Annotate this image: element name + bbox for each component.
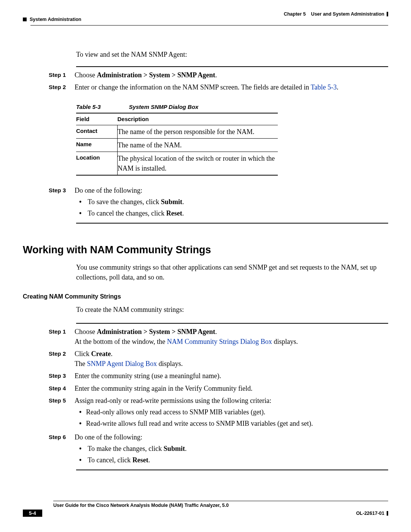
table-cell: Name [76,138,118,152]
step-text: Click [75,350,91,358]
step-label: Step 1 [49,70,75,80]
step-text: . [337,83,339,91]
heading-working-community: Working with NAM Community Strings [23,243,388,257]
table-ref-link[interactable]: Table 5-3 [311,83,337,91]
running-header: Chapter 5 User and System Administration… [23,11,388,27]
step-text: Assign read-only or read-write permissio… [75,397,271,404]
step-text: Enter or change the information on the N… [75,83,311,91]
dialog-link[interactable]: SNMP Agent Dialog Box [87,360,157,367]
step-text: Enter the community string again in the … [75,383,388,393]
bullet-bold: Reset [132,456,148,464]
table-caption-title: System SNMP Dialog Box [129,104,199,110]
steps-start-rule [76,66,388,67]
bullet-text: To cancel the changes, click [88,209,166,217]
page-number: 5-4 [23,510,42,517]
steps-end-rule [76,223,388,224]
step-1: Step 1 Choose Administration > System > … [76,327,388,347]
step-label: Step 6 [49,432,75,466]
step-text: . [215,71,217,79]
list-item: To cancel the changes, click Reset. [86,208,388,218]
table-cell: The name of the person responsible for t… [118,125,278,138]
chapter-label: Chapter 5 [284,11,306,17]
table-caption-num: Table 5-3 [76,104,100,110]
step-2: Step 2 Click Create. The SNMP Agent Dial… [76,349,388,369]
steps-start-rule [76,323,388,324]
footer-bar [387,511,388,516]
step-text: The [75,360,87,367]
footer-rule [53,501,388,501]
step-3: Step 3 Enter the community string (use a… [76,371,388,381]
step-label: Step 3 [49,371,75,381]
page-footer: User Guide for the Cisco Network Analysi… [23,501,388,517]
table-row: Contact The name of the person responsib… [76,125,278,138]
step-label: Step 1 [49,327,75,347]
table-cell: Contact [76,125,118,138]
step-2: Step 2 Enter or change the information o… [76,82,388,92]
step-bold: Administration > System > SNMP Agent [97,71,215,79]
step-text: . [215,328,217,335]
list-item: Read-only allows only read access to SNM… [86,407,388,417]
step-3: Step 3 Do one of the following: To save … [76,185,388,220]
step-text: Choose [75,328,97,335]
bullet-text: To make the changes, click [88,445,164,452]
step-text: . [111,350,113,358]
bullet-text: To save the changes, click [88,198,161,206]
step-label: Step 2 [49,349,75,369]
bullet-bold: Submit [164,445,185,452]
table-caption: Table 5-3 System SNMP Dialog Box [76,103,388,111]
subheading-creating: Creating NAM Community Strings [23,292,388,301]
header-square-icon [23,18,27,21]
bullet-text: To cancel, click [88,456,132,464]
step-text: Do one of the following: [75,187,142,194]
step-label: Step 4 [49,383,75,393]
table-cell: The name of the NAM. [118,138,278,152]
table-header: Description [118,113,278,125]
page-content: To view and set the NAM SNMP Agent: Step… [76,50,388,470]
document-page: Chapter 5 User and System Administration… [0,0,411,532]
step-4: Step 4 Enter the community string again … [76,383,388,393]
list-item: Read-write allows full read and write ac… [86,419,388,428]
bullet-bold: Submit [161,198,182,206]
step-bold: Administration > System > SNMP Agent [97,328,215,335]
header-rule [30,25,388,26]
bullet-bold: Reset [166,209,182,217]
bullet-text: . [148,456,150,464]
table-row: Name The name of the NAM. [76,138,278,152]
intro-text: To view and set the NAM SNMP Agent: [76,50,388,59]
table-cell: The physical location of the switch or r… [118,152,278,175]
list-item: To cancel, click Reset. [86,455,388,465]
table-header: Field [76,113,118,125]
step-text: Enter the community string (use a meanin… [75,371,388,381]
step-text: Choose [75,71,97,79]
bullet-text: . [182,209,184,217]
step-text: Do one of the following: [75,433,142,441]
step-label: Step 3 [49,185,75,220]
step-1: Step 1 Choose Administration > System > … [76,70,388,80]
snmp-table: Field Description Contact The name of th… [76,113,278,176]
step-text: displays. [157,360,183,367]
document-id: OL-22617-01 [356,511,388,516]
steps-end-rule [76,470,388,470]
table-cell: Location [76,152,118,175]
step-6: Step 6 Do one of the following: To make … [76,432,388,466]
step-label: Step 2 [49,82,75,92]
doc-id-text: OL-22617-01 [356,511,384,516]
bullet-text: . [182,198,184,206]
bullet-text: . [185,445,187,452]
step-text: displays. [272,338,298,345]
list-item: To make the changes, click Submit. [86,444,388,454]
step-text: At the bottom of the window, the [75,338,167,345]
list-item: To save the changes, click Submit. [86,197,388,207]
section-paragraph: You use community strings so that other … [76,262,388,282]
intro-text: To create the NAM community strings: [76,305,388,315]
step-label: Step 5 [49,396,75,430]
step-5: Step 5 Assign read-only or read-write pe… [76,396,388,430]
guide-title: User Guide for the Cisco Network Analysi… [53,503,388,508]
header-bar [387,12,388,16]
step-bold: Create [91,350,111,358]
section-name: System Administration [30,17,81,22]
dialog-link[interactable]: NAM Community Strings Dialog Box [167,338,272,345]
chapter-title: User and System Administration [311,11,384,17]
table-row: Location The physical location of the sw… [76,152,278,175]
